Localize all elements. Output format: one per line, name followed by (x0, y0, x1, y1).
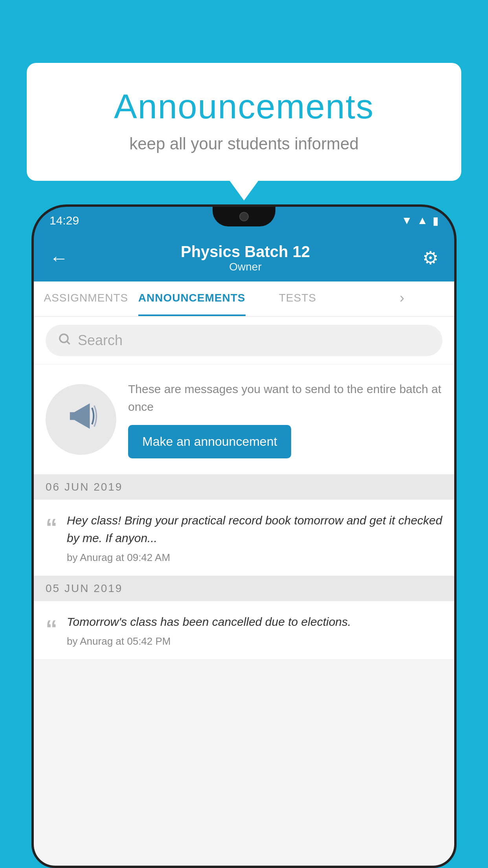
speech-bubble-subtitle: keep all your students informed (42, 134, 446, 153)
make-announcement-button[interactable]: Make an announcement (128, 425, 291, 458)
announcement-text-block-1: Hey class! Bring your practical record b… (67, 511, 442, 564)
header-title: Physics Batch 12 (181, 243, 310, 261)
settings-icon[interactable]: ⚙ (422, 247, 438, 268)
header-center: Physics Batch 12 Owner (181, 243, 310, 273)
tab-more[interactable]: › (350, 281, 454, 316)
speech-bubble-container: Announcements keep all your students inf… (27, 63, 461, 181)
announcement-message-1: Hey class! Bring your practical record b… (67, 511, 442, 547)
search-icon (57, 332, 72, 349)
date-header-1: 06 JUN 2019 (34, 474, 454, 500)
announcement-text-block-2: Tomorrow's class has been cancelled due … (67, 613, 442, 647)
battery-icon: ▮ (433, 214, 438, 227)
tab-announcements[interactable]: ANNOUNCEMENTS (138, 281, 246, 316)
svg-point-0 (60, 334, 68, 342)
search-bar-container: Search (34, 317, 454, 364)
cta-section: These are messages you want to send to t… (34, 364, 454, 474)
status-time: 14:29 (50, 214, 79, 227)
content-area: Search These are messages you want to s (34, 317, 454, 866)
phone-frame: 14:29 ▼ ▲ ▮ ← Physics Batch 12 Owner ⚙ (31, 204, 457, 868)
signal-icon: ▲ (417, 214, 428, 227)
megaphone-icon (63, 398, 99, 441)
speech-bubble: Announcements keep all your students inf… (27, 63, 461, 181)
page-background: Announcements keep all your students inf… (0, 0, 488, 868)
tab-tests[interactable]: TESTS (246, 281, 350, 316)
notch (213, 207, 275, 226)
quote-icon-2: “ (46, 617, 57, 640)
wifi-icon: ▼ (402, 214, 413, 227)
announcement-message-2: Tomorrow's class has been cancelled due … (67, 613, 442, 631)
announcement-item-2: “ Tomorrow's class has been cancelled du… (34, 601, 454, 660)
camera-notch (239, 212, 249, 221)
date-header-2: 05 JUN 2019 (34, 576, 454, 601)
announcement-item-1: “ Hey class! Bring your practical record… (34, 500, 454, 576)
speech-bubble-title: Announcements (42, 86, 446, 127)
search-placeholder: Search (78, 332, 123, 349)
cta-right: These are messages you want to send to t… (128, 380, 442, 458)
announcement-by-2: by Anurag at 05:42 PM (67, 635, 442, 647)
back-button[interactable]: ← (50, 247, 68, 269)
search-bar[interactable]: Search (46, 325, 442, 356)
announcement-icon-circle (46, 384, 116, 455)
header-subtitle: Owner (181, 261, 310, 273)
announcement-by-1: by Anurag at 09:42 AM (67, 552, 442, 564)
status-icons: ▼ ▲ ▮ (402, 214, 438, 227)
cta-description: These are messages you want to send to t… (128, 380, 442, 416)
svg-line-1 (67, 341, 70, 344)
app-header: ← Physics Batch 12 Owner ⚙ (34, 234, 454, 281)
tabs-bar: ASSIGNMENTS ANNOUNCEMENTS TESTS › (34, 281, 454, 317)
tab-assignments[interactable]: ASSIGNMENTS (34, 281, 138, 316)
status-bar: 14:29 ▼ ▲ ▮ (34, 207, 454, 234)
quote-icon-1: “ (46, 515, 57, 539)
